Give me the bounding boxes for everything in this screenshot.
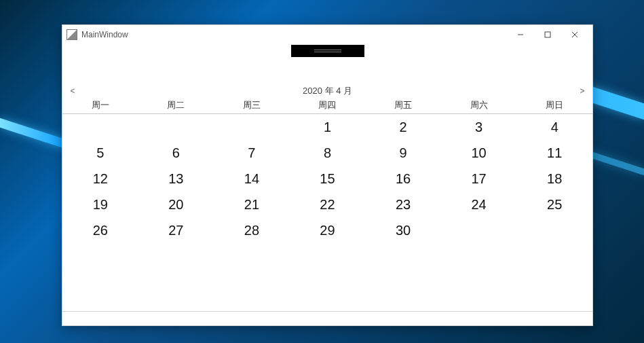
day-cell[interactable]: 1 bbox=[290, 114, 366, 141]
day-cell[interactable]: 13 bbox=[138, 166, 214, 192]
day-cell[interactable]: 25 bbox=[516, 192, 592, 217]
day-cell[interactable] bbox=[214, 114, 290, 141]
maximize-icon bbox=[544, 31, 551, 38]
month-label[interactable]: 2020 年 4 月 bbox=[77, 85, 577, 97]
day-cell[interactable]: 24 bbox=[441, 192, 517, 217]
day-cell[interactable]: 6 bbox=[138, 140, 214, 166]
day-cell[interactable]: 15 bbox=[290, 166, 366, 192]
title-bar[interactable]: MainWindow bbox=[62, 25, 592, 45]
day-cell[interactable]: 2 bbox=[365, 114, 441, 141]
day-cell[interactable]: 16 bbox=[365, 166, 441, 192]
day-cell[interactable]: 8 bbox=[290, 140, 366, 166]
minimize-button[interactable] bbox=[507, 25, 534, 44]
day-cell[interactable]: 22 bbox=[290, 192, 366, 217]
weekday-header: 周二 bbox=[138, 97, 214, 114]
grip-handle[interactable] bbox=[291, 45, 364, 57]
toolbar bbox=[62, 45, 592, 64]
day-cell[interactable]: 26 bbox=[62, 217, 138, 243]
minimize-icon bbox=[517, 31, 524, 38]
weekday-header: 周四 bbox=[290, 97, 366, 114]
weekday-header: 周日 bbox=[516, 97, 592, 114]
day-cell[interactable]: 21 bbox=[214, 192, 290, 217]
day-cell[interactable]: 10 bbox=[441, 140, 517, 166]
day-cell[interactable]: 4 bbox=[516, 114, 592, 141]
day-cell[interactable]: 7 bbox=[214, 140, 290, 166]
weekday-header: 周一 bbox=[62, 97, 138, 114]
status-bar bbox=[62, 311, 592, 325]
desktop-background: MainWindow < 2020 年 4 月 > bbox=[0, 0, 644, 343]
day-cell[interactable]: 18 bbox=[516, 166, 592, 192]
next-month-button[interactable]: > bbox=[577, 86, 587, 96]
weekday-header: 周三 bbox=[214, 97, 290, 114]
day-cell[interactable]: 20 bbox=[138, 192, 214, 217]
day-cell[interactable]: 29 bbox=[290, 217, 366, 243]
day-cell[interactable]: 5 bbox=[62, 140, 138, 166]
day-cell[interactable]: 12 bbox=[62, 166, 138, 192]
day-cell[interactable]: 9 bbox=[365, 140, 441, 166]
day-cell[interactable] bbox=[441, 217, 517, 243]
day-cell[interactable]: 19 bbox=[62, 192, 138, 217]
day-cell[interactable] bbox=[62, 114, 138, 141]
weekday-header: 周五 bbox=[365, 97, 441, 114]
day-cell[interactable]: 30 bbox=[365, 217, 441, 243]
day-cell[interactable]: 17 bbox=[441, 166, 517, 192]
day-cell[interactable]: 14 bbox=[214, 166, 290, 192]
weekday-header: 周六 bbox=[441, 97, 517, 114]
day-cell[interactable]: 3 bbox=[441, 114, 517, 141]
calendar-widget: < 2020 年 4 月 > 周一 周二 周三 周四 周五 周六 周日 bbox=[62, 64, 592, 325]
main-window: MainWindow < 2020 年 4 月 > bbox=[62, 24, 593, 326]
close-icon bbox=[571, 31, 578, 38]
svg-rect-1 bbox=[545, 32, 550, 37]
close-button[interactable] bbox=[561, 25, 588, 44]
day-cell[interactable]: 28 bbox=[214, 217, 290, 243]
window-title: MainWindow bbox=[81, 30, 128, 39]
app-icon bbox=[67, 29, 77, 40]
decoration bbox=[0, 118, 68, 149]
day-cell[interactable] bbox=[516, 217, 592, 243]
prev-month-button[interactable]: < bbox=[68, 86, 77, 96]
day-cell[interactable] bbox=[138, 114, 214, 141]
day-cell[interactable]: 27 bbox=[138, 217, 214, 243]
day-cell[interactable]: 11 bbox=[516, 140, 592, 166]
maximize-button[interactable] bbox=[534, 25, 561, 44]
calendar-grid: 周一 周二 周三 周四 周五 周六 周日 1 bbox=[62, 97, 592, 243]
day-cell[interactable]: 23 bbox=[365, 192, 441, 217]
